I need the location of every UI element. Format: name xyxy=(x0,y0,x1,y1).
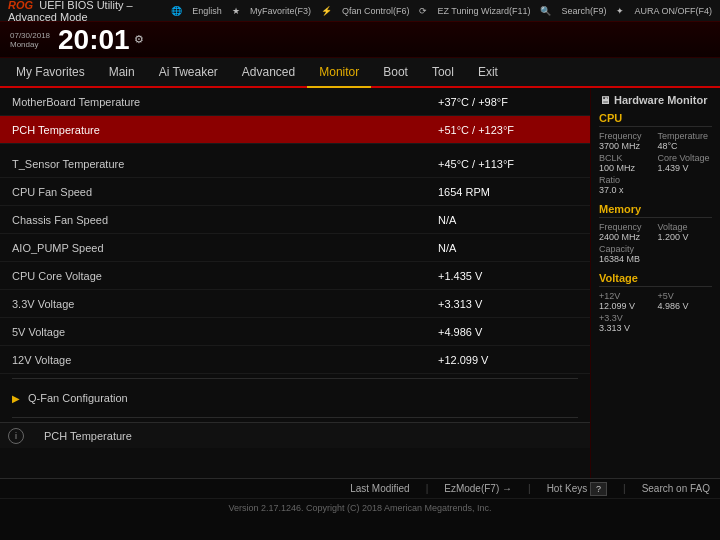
info-icon: i xyxy=(8,428,24,444)
footer: Last Modified | EzMode(F7) → | Hot Keys … xyxy=(0,478,720,518)
search-label[interactable]: Search(F9) xyxy=(561,6,606,16)
nav-item-tool[interactable]: Tool xyxy=(420,57,466,87)
nav-item-ai-tweaker[interactable]: Ai Tweaker xyxy=(147,57,230,87)
table-row[interactable]: Chassis Fan Speed N/A xyxy=(0,206,590,234)
nav-item-boot[interactable]: Boot xyxy=(371,57,420,87)
myfavorite-label[interactable]: MyFavorite(F3) xyxy=(250,6,311,16)
row-label: T_Sensor Temperature xyxy=(12,158,438,170)
main-layout: MotherBoard Temperature +37°C / +98°F PC… xyxy=(0,88,720,478)
v33: +3.3V 3.313 V xyxy=(599,313,654,333)
cpu-grid: Frequency 3700 MHz Temperature 48°C BCLK… xyxy=(599,131,712,195)
bios-title: ROG UEFI BIOS Utility – Advanced Mode xyxy=(8,0,171,23)
cpu-section-title: CPU xyxy=(599,112,712,127)
table-row[interactable]: CPU Fan Speed 1654 RPM xyxy=(0,178,590,206)
row-label: PCH Temperature xyxy=(12,124,438,136)
time-display: 20:01 xyxy=(58,24,130,56)
table-row[interactable]: PCH Temperature +51°C / +123°F xyxy=(0,116,590,144)
row-value: +51°C / +123°F xyxy=(438,124,578,136)
row-label: 3.3V Voltage xyxy=(12,298,438,310)
table-row[interactable]: CPU Core Voltage +1.435 V xyxy=(0,262,590,290)
nav-item-advanced[interactable]: Advanced xyxy=(230,57,307,87)
rog-logo: ROG xyxy=(8,0,33,11)
nav-item-favorites[interactable]: My Favorites xyxy=(4,57,97,87)
row-label: 12V Voltage xyxy=(12,354,438,366)
search-faq-label[interactable]: Search on FAQ xyxy=(642,483,710,494)
ez-mode-label: EzMode(F7) → xyxy=(444,483,512,494)
top-header: ROG UEFI BIOS Utility – Advanced Mode 🌐 … xyxy=(0,0,720,22)
cpu-section: CPU Frequency 3700 MHz Temperature 48°C … xyxy=(599,112,712,195)
content-area: MotherBoard Temperature +37°C / +98°F PC… xyxy=(0,88,590,478)
day-display: Monday xyxy=(10,40,50,49)
language-label[interactable]: English xyxy=(192,6,222,16)
cpu-core-voltage: Core Voltage 1.439 V xyxy=(658,153,713,173)
qfan-row[interactable]: ▶ Q-Fan Configuration xyxy=(0,383,590,413)
hotkeys-button[interactable]: ? xyxy=(590,482,607,496)
table-row[interactable]: 5V Voltage +4.986 V xyxy=(0,318,590,346)
voltage-section: Voltage +12V 12.099 V +5V 4.986 V +3.3V … xyxy=(599,272,712,333)
table-row[interactable]: 3.3V Voltage +3.313 V xyxy=(0,290,590,318)
ez-tuning-label[interactable]: EZ Tuning Wizard(F11) xyxy=(437,6,530,16)
language-icon: 🌐 xyxy=(171,6,182,16)
row-label: Chassis Fan Speed xyxy=(12,214,438,226)
cpu-bclk: BCLK 100 MHz xyxy=(599,153,654,173)
v5: +5V 4.986 V xyxy=(658,291,713,311)
header-icons: 🌐 English ★ MyFavorite(F3) ⚡ Qfan Contro… xyxy=(171,6,712,16)
row-label: CPU Fan Speed xyxy=(12,186,438,198)
table-row[interactable]: MotherBoard Temperature +37°C / +98°F xyxy=(0,88,590,116)
row-label: MotherBoard Temperature xyxy=(12,96,438,108)
separator-2: | xyxy=(528,483,531,494)
table-row[interactable]: 12V Voltage +12.099 V xyxy=(0,346,590,374)
nav-item-exit[interactable]: Exit xyxy=(466,57,510,87)
row-value: +3.313 V xyxy=(438,298,578,310)
qfan-icon: ⚡ xyxy=(321,6,332,16)
cpu-ratio: Ratio 37.0 x xyxy=(599,175,654,195)
voltage-grid: +12V 12.099 V +5V 4.986 V +3.3V 3.313 V xyxy=(599,291,712,333)
cpu-freq-label: Frequency 3700 MHz xyxy=(599,131,654,151)
time-bar: 07/30/2018 Monday 20:01 ⚙ xyxy=(0,22,720,58)
mem-capacity: Capacity 16384 MB xyxy=(599,244,654,264)
voltage-section-title: Voltage xyxy=(599,272,712,287)
pch-status-label: PCH Temperature xyxy=(44,430,132,442)
aura-label[interactable]: AURA ON/OFF(F4) xyxy=(634,6,712,16)
aura-icon: ✦ xyxy=(616,6,624,16)
table-row[interactable]: AIO_PUMP Speed N/A xyxy=(0,234,590,262)
memory-section-title: Memory xyxy=(599,203,712,218)
section-divider xyxy=(12,378,578,379)
separator: | xyxy=(426,483,429,494)
date-display: 07/30/2018 xyxy=(10,31,50,40)
mem-freq: Frequency 2400 MHz xyxy=(599,222,654,242)
memory-grid: Frequency 2400 MHz Voltage 1.200 V Capac… xyxy=(599,222,712,264)
v12: +12V 12.099 V xyxy=(599,291,654,311)
nav-item-monitor[interactable]: Monitor xyxy=(307,58,371,88)
footer-top: Last Modified | EzMode(F7) → | Hot Keys … xyxy=(0,479,720,499)
nav-bar: My Favorites Main Ai Tweaker Advanced Mo… xyxy=(0,58,720,88)
row-value: +4.986 V xyxy=(438,326,578,338)
gear-icon[interactable]: ⚙ xyxy=(134,33,144,46)
ez-mode-arrow-icon: → xyxy=(502,483,512,494)
row-label: AIO_PUMP Speed xyxy=(12,242,438,254)
nav-item-main[interactable]: Main xyxy=(97,57,147,87)
row-value: N/A xyxy=(438,242,578,254)
row-value: +1.435 V xyxy=(438,270,578,282)
memory-section: Memory Frequency 2400 MHz Voltage 1.200 … xyxy=(599,203,712,264)
section-divider-2 xyxy=(12,417,578,418)
last-modified-label: Last Modified xyxy=(350,483,409,494)
table-row[interactable]: T_Sensor Temperature +45°C / +113°F xyxy=(0,150,590,178)
row-value: +45°C / +113°F xyxy=(438,158,578,170)
row-value: +12.099 V xyxy=(438,354,578,366)
status-bar: i PCH Temperature xyxy=(0,422,590,448)
row-label: 5V Voltage xyxy=(12,326,438,338)
cpu-temp-label: Temperature 48°C xyxy=(658,131,713,151)
favorites-icon: ★ xyxy=(232,6,240,16)
monitor-icon: 🖥 xyxy=(599,94,610,106)
sidebar-title: 🖥 Hardware Monitor xyxy=(599,94,712,106)
row-label: CPU Core Voltage xyxy=(12,270,438,282)
qfan-label[interactable]: Qfan Control(F6) xyxy=(342,6,410,16)
ez-icon: ⟳ xyxy=(419,6,427,16)
search-icon: 🔍 xyxy=(540,6,551,16)
hardware-monitor-sidebar: 🖥 Hardware Monitor CPU Frequency 3700 MH… xyxy=(590,88,720,478)
mem-voltage: Voltage 1.200 V xyxy=(658,222,713,242)
row-value: 1654 RPM xyxy=(438,186,578,198)
hot-keys-label: Hot Keys ? xyxy=(547,483,607,494)
row-value: N/A xyxy=(438,214,578,226)
